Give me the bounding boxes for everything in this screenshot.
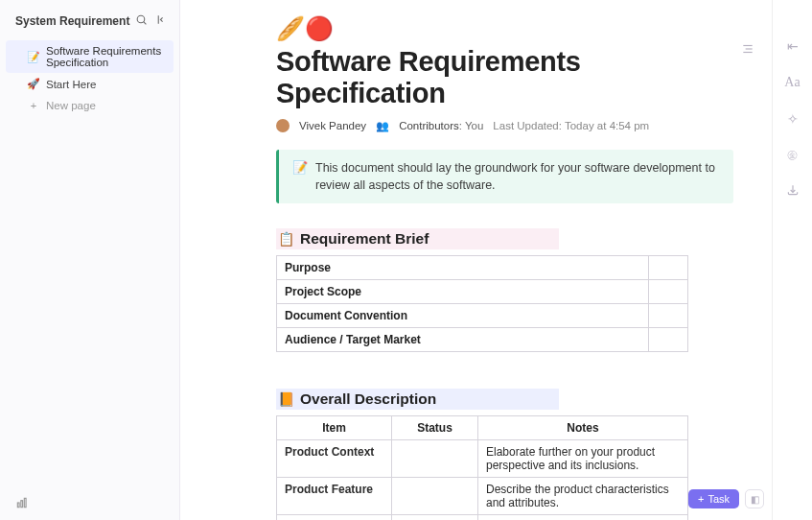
- document-meta: Vivek Pandey 👥 Contributors: You Last Up…: [276, 119, 733, 132]
- document-main: 🥖🔴 Software Requirements Specification V…: [180, 0, 772, 520]
- people-icon: 👥: [376, 120, 389, 132]
- memo-icon: 📝: [292, 159, 308, 194]
- font-icon[interactable]: Aa: [784, 75, 800, 90]
- book-icon: 📙: [278, 391, 294, 407]
- table-header-row: Item Status Notes: [277, 416, 688, 440]
- last-updated: Last Updated: Today at 4:54 pm: [493, 120, 649, 131]
- doc-icon: 📝: [27, 51, 40, 63]
- search-icon[interactable]: [135, 13, 148, 29]
- plus-icon: +: [698, 493, 704, 505]
- sidebar-item-label: Start Here: [46, 79, 96, 90]
- sidebar-new-page[interactable]: + New page: [6, 95, 174, 116]
- overall-description-table[interactable]: Item Status Notes Product ContextElabora…: [276, 415, 688, 520]
- svg-rect-4: [21, 501, 23, 508]
- apps-button[interactable]: ◧: [745, 489, 764, 508]
- task-label: Task: [708, 493, 730, 505]
- section-heading-requirement-brief[interactable]: 📋 Requirement Brief: [276, 228, 621, 249]
- sidebar-item-srs[interactable]: 📝 Software Requirements Specification: [6, 40, 174, 73]
- clipboard-icon: 📋: [278, 231, 294, 247]
- table-row: User Class and CharacteristicsDiscuss ho…: [277, 515, 688, 520]
- table-row: Document Convention: [277, 304, 688, 328]
- expand-icon[interactable]: ⇤: [787, 38, 799, 54]
- ai-icon[interactable]: ✧: [787, 111, 799, 127]
- svg-rect-3: [17, 503, 19, 508]
- callout-text: This document should lay the groundwork …: [315, 159, 720, 194]
- sidebar-footer: [0, 488, 179, 520]
- sidebar-item-start-here[interactable]: 🚀 Start Here: [6, 73, 174, 95]
- page-title[interactable]: Software Requirements Specification: [276, 46, 733, 109]
- table-row: Product FeatureDescribe the product char…: [277, 478, 688, 515]
- table-row: Product ContextElaborate further on your…: [277, 440, 688, 478]
- author-name[interactable]: Vivek Pandey: [299, 120, 366, 131]
- svg-rect-5: [24, 498, 26, 507]
- section-heading-overall-description[interactable]: 📙 Overall Description: [276, 389, 621, 410]
- table-row: Project Scope: [277, 280, 688, 304]
- section-title: Overall Description: [300, 390, 436, 408]
- right-rail: ⇤ Aa ✧ ㊎: [772, 0, 812, 520]
- page-emoji[interactable]: 🥖🔴: [276, 15, 733, 42]
- info-callout[interactable]: 📝 This document should lay the groundwor…: [276, 150, 733, 203]
- translate-icon[interactable]: ㊎: [787, 148, 798, 162]
- workspace-title: System Requirement: [15, 14, 129, 28]
- doc-icon: 🚀: [27, 78, 40, 90]
- bottom-actions: + Task ◧: [688, 489, 764, 508]
- svg-line-1: [144, 22, 147, 25]
- sidebar-header: System Requirement: [0, 8, 179, 40]
- collapse-sidebar-icon[interactable]: [155, 13, 168, 29]
- table-row: Purpose: [277, 256, 688, 280]
- task-button[interactable]: + Task: [688, 489, 739, 508]
- table-row: Audience / Target Market: [277, 328, 688, 352]
- svg-point-0: [137, 15, 145, 23]
- sidebar: System Requirement 📝 Software Requiremen…: [0, 0, 180, 520]
- sidebar-item-label: Software Requirements Specification: [46, 45, 164, 68]
- author-avatar[interactable]: [276, 119, 290, 132]
- contributors[interactable]: Contributors: You: [399, 120, 483, 131]
- sidebar-item-label: New page: [46, 100, 96, 111]
- section-title: Requirement Brief: [300, 230, 429, 248]
- requirement-brief-table[interactable]: Purpose Project Scope Document Conventio…: [276, 255, 688, 352]
- stats-icon[interactable]: [15, 498, 29, 512]
- export-icon[interactable]: [786, 183, 800, 200]
- toc-icon[interactable]: [741, 42, 754, 59]
- plus-icon: +: [27, 100, 40, 111]
